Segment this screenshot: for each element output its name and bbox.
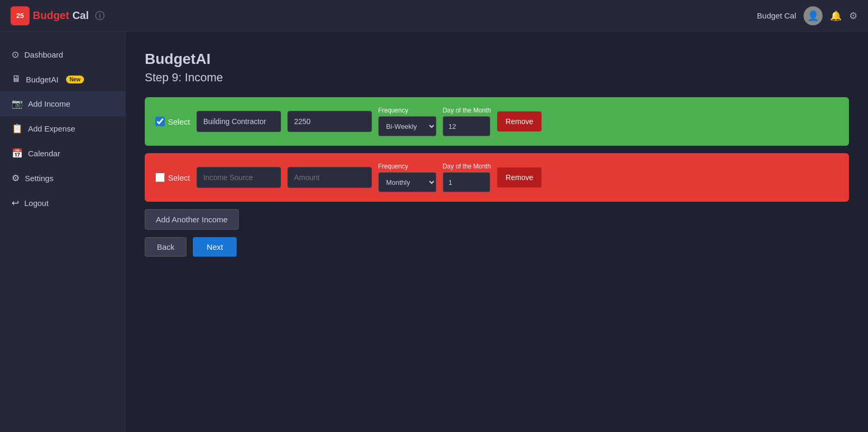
main-content: BudgetAI Step 9: Income Select Frequency…	[126, 32, 868, 432]
row2-remove-button[interactable]: Remove	[497, 167, 542, 187]
row2-checkbox[interactable]	[155, 173, 165, 182]
avatar: 👤	[804, 6, 823, 25]
row1-day-label: Day of the Month	[443, 107, 491, 114]
topnav-left: 25 Budget Cal ⓘ	[11, 6, 105, 25]
row2-day-input[interactable]	[443, 172, 490, 192]
sidebar: ⊙ Dashboard 🖥 BudgetAI New 📷 Add Income …	[0, 32, 126, 432]
sidebar-item-label: Add Expense	[28, 124, 75, 133]
gear-icon[interactable]: ⚙	[849, 10, 857, 22]
add-income-icon: 📷	[12, 98, 23, 109]
layout: ⊙ Dashboard 🖥 BudgetAI New 📷 Add Income …	[0, 32, 868, 432]
budgetai-icon: 🖥	[12, 74, 21, 84]
sidebar-item-label: Dashboard	[24, 50, 63, 59]
row2-source-input[interactable]	[197, 167, 281, 188]
add-expense-icon: 📋	[12, 123, 23, 134]
income-row-2: Select Frequency Weekly Bi-Weekly Monthl…	[145, 153, 849, 202]
row1-day-group: Day of the Month	[443, 107, 491, 136]
settings-icon: ⚙	[12, 173, 20, 184]
add-another-income-button[interactable]: Add Another Income	[145, 209, 239, 230]
logo-text-cal: Cal	[72, 10, 89, 22]
new-badge: New	[66, 76, 85, 83]
bottom-actions: Add Another Income Back Next	[145, 209, 849, 257]
row2-amount-input[interactable]	[287, 167, 372, 188]
row2-select-label[interactable]: Select	[155, 173, 190, 182]
row1-frequency-label: Frequency	[378, 107, 436, 114]
row1-source-input[interactable]	[197, 111, 281, 132]
nav-buttons: Back Next	[145, 237, 849, 257]
row2-day-group: Day of the Month	[443, 163, 491, 192]
logo-text-budget: Budget	[33, 10, 69, 22]
logout-icon: ↩	[12, 198, 19, 209]
topnav: 25 Budget Cal ⓘ Budget Cal 👤 🔔 ⚙	[0, 0, 868, 32]
step-title: Step 9: Income	[145, 71, 849, 84]
sidebar-item-label: Logout	[24, 199, 49, 208]
row1-amount-input[interactable]	[287, 111, 372, 132]
sidebar-item-dashboard[interactable]: ⊙ Dashboard	[0, 42, 125, 67]
logo: 25 Budget Cal	[11, 6, 89, 25]
dashboard-icon: ⊙	[12, 49, 19, 60]
sidebar-item-logout[interactable]: ↩ Logout	[0, 191, 125, 215]
row2-day-label: Day of the Month	[443, 163, 491, 170]
sidebar-item-label: Calendar	[28, 149, 60, 158]
sidebar-item-calendar[interactable]: 📅 Calendar	[0, 141, 125, 166]
topnav-user-label: Budget Cal	[757, 11, 796, 20]
row1-remove-button[interactable]: Remove	[497, 111, 542, 132]
sidebar-item-label: Settings	[25, 174, 53, 183]
sidebar-item-add-income[interactable]: 📷 Add Income	[0, 91, 125, 116]
sidebar-item-budgetai[interactable]: 🖥 BudgetAI New	[0, 67, 125, 91]
topnav-right: Budget Cal 👤 🔔 ⚙	[757, 6, 857, 25]
info-icon[interactable]: ⓘ	[95, 10, 105, 22]
row2-frequency-group: Frequency Weekly Bi-Weekly Monthly Yearl…	[378, 163, 436, 192]
income-row-1: Select Frequency Weekly Bi-Weekly Monthl…	[145, 97, 849, 146]
back-button[interactable]: Back	[145, 237, 186, 257]
row1-checkbox[interactable]	[155, 117, 165, 126]
sidebar-item-add-expense[interactable]: 📋 Add Expense	[0, 116, 125, 141]
sidebar-item-settings[interactable]: ⚙ Settings	[0, 166, 125, 191]
row1-select-label[interactable]: Select	[155, 117, 190, 126]
row1-frequency-group: Frequency Weekly Bi-Weekly Monthly Yearl…	[378, 107, 436, 136]
page-title: BudgetAI	[145, 51, 849, 68]
row2-frequency-label: Frequency	[378, 163, 436, 170]
row1-frequency-select[interactable]: Weekly Bi-Weekly Monthly Yearly	[378, 116, 436, 136]
logo-icon: 25	[11, 6, 30, 25]
calendar-icon: 📅	[12, 148, 23, 159]
next-button[interactable]: Next	[193, 237, 237, 257]
row2-frequency-select[interactable]: Weekly Bi-Weekly Monthly Yearly	[378, 172, 436, 192]
row1-day-input[interactable]	[443, 116, 490, 136]
sidebar-item-label: BudgetAI	[26, 75, 59, 84]
sidebar-item-label: Add Income	[28, 99, 70, 108]
bell-icon[interactable]: 🔔	[830, 10, 842, 22]
